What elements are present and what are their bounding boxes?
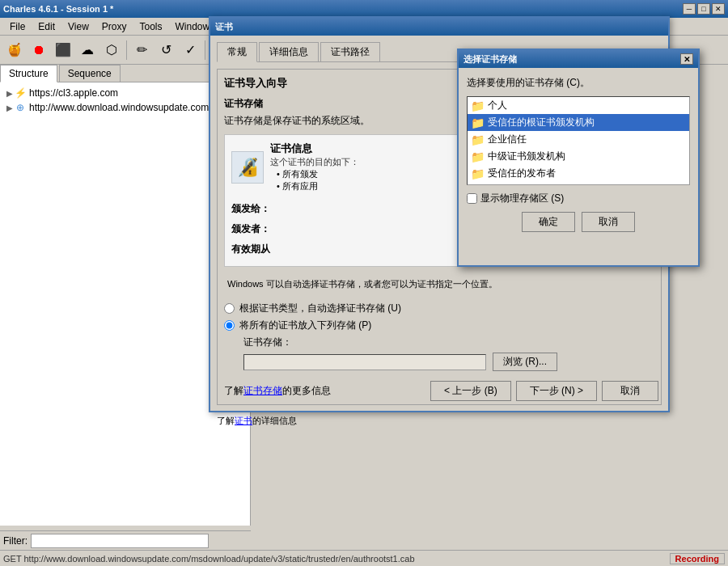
show-physical-row: 显示物理存储区 (S)	[467, 192, 690, 205]
folder-icon-enterprise: 📁	[471, 133, 485, 146]
menu-file[interactable]: File	[3, 19, 32, 34]
expand-icon-2: ▶	[6, 103, 13, 112]
tree-label-2: http://www.download.windowsupdate.com	[29, 102, 209, 113]
cert-footer-text: 了解	[224, 385, 243, 396]
store-item-enterprise[interactable]: 📁 企业信任	[468, 131, 689, 148]
toolbar-honeypot[interactable]: 🍯	[3, 39, 26, 61]
prev-button[interactable]: < 上一步 (B)	[430, 381, 511, 401]
toolbar-pen[interactable]: ✏	[130, 39, 153, 61]
store-item-intermediate-label: 中级证书颁发机构	[488, 150, 565, 163]
select-store-body: 选择要使用的证书存储 (C)。 📁 个人 📁 受信任的根证书颁发机构 📁 企业信…	[459, 68, 698, 240]
radio-manual[interactable]	[224, 320, 235, 331]
filter-bar: Filter:	[0, 530, 251, 550]
cert-info-title: 证书信息	[270, 142, 359, 156]
folder-icon-intermediate: 📁	[471, 150, 485, 163]
select-store-title: 选择证书存储	[463, 53, 517, 65]
store-item-trusted-root[interactable]: 📁 受信任的根证书颁发机构	[468, 114, 689, 131]
select-store-desc: 选择要使用的证书存储 (C)。	[467, 76, 690, 90]
radio-auto[interactable]	[224, 303, 235, 314]
menu-tools[interactable]: Tools	[133, 19, 169, 34]
toolbar-sep2	[205, 40, 205, 60]
radio-auto-label: 根据证书类型，自动选择证书存储 (U)	[239, 302, 401, 315]
cert-info-desc: 这个证书的目的如下：	[270, 156, 359, 168]
store-item-trusted-root-label: 受信任的根证书颁发机构	[488, 116, 595, 129]
cert-bullet-1: • 所有颁发	[270, 168, 359, 180]
folder-icon-personal: 📁	[471, 99, 485, 112]
radio-group: 根据证书类型，自动选择证书存储 (U) 将所有的证书放入下列存储 (P) 证书存…	[224, 302, 654, 371]
show-physical-label: 显示物理存储区 (S)	[480, 192, 564, 205]
show-physical-checkbox[interactable]	[467, 193, 477, 204]
tree-label-1: https://cl3.apple.com	[29, 87, 118, 99]
menu-proxy[interactable]: Proxy	[95, 19, 133, 34]
cert-store-input[interactable]	[243, 354, 486, 370]
menu-edit[interactable]: Edit	[32, 19, 61, 34]
toolbar-stop[interactable]: ⬛	[52, 39, 74, 61]
store-cancel-button[interactable]: 取消	[582, 212, 635, 232]
minimize-button[interactable]: ─	[683, 3, 696, 15]
browse-button[interactable]: 浏览 (R)...	[493, 353, 557, 371]
store-item-intermediate[interactable]: 📁 中级证书颁发机构	[468, 148, 689, 165]
toolbar-hex[interactable]: ⬡	[100, 39, 123, 61]
select-store-title-bar: 选择证书存储 ✕	[459, 50, 698, 68]
cert-store-link[interactable]: 证书存储	[243, 385, 282, 396]
store-item-trusted-publishers[interactable]: 📁 受信任的发布者	[468, 165, 689, 182]
close-button[interactable]: ✕	[712, 3, 725, 15]
cert-tab-details[interactable]: 详细信息	[259, 42, 319, 61]
filter-label: Filter:	[3, 535, 28, 547]
toolbar-cloud[interactable]: ☁	[76, 39, 99, 61]
http-icon-2: ⊕	[15, 102, 26, 113]
toolbar-refresh[interactable]: ↺	[154, 39, 177, 61]
app-title: Charles 4.6.1 - Session 1 *	[3, 4, 113, 14]
store-item-untrusted[interactable]: 📁 不信任的证书	[468, 182, 689, 185]
toolbar-check[interactable]: ✓	[179, 39, 201, 61]
menu-view[interactable]: View	[61, 19, 95, 34]
store-ok-button[interactable]: 确定	[522, 212, 575, 232]
cert-cancel-button[interactable]: 取消	[602, 381, 658, 401]
cert-tab-general[interactable]: 常规	[217, 42, 257, 62]
tab-structure[interactable]: Structure	[0, 65, 57, 82]
title-bar-buttons: ─ □ ✕	[683, 3, 725, 15]
store-item-enterprise-label: 企业信任	[488, 133, 527, 146]
store-item-personal-label: 个人	[488, 99, 507, 112]
cert-store-row: 证书存储：	[224, 336, 654, 349]
store-item-trusted-publishers-label: 受信任的发布者	[488, 167, 556, 180]
cert-issued-to-label: 颁发给：	[231, 202, 296, 216]
select-store-dialog: 选择证书存储 ✕ 选择要使用的证书存储 (C)。 📁 个人 📁 受信任的根证书颁…	[457, 49, 700, 267]
store-list: 📁 个人 📁 受信任的根证书颁发机构 📁 企业信任 📁 中级证书颁发机构 📁 受…	[467, 96, 690, 185]
status-text: GET http://www.download.windowsupdate.co…	[3, 554, 415, 564]
cert-dialog-buttons: < 上一步 (B) 下一步 (N) > 取消	[430, 381, 658, 401]
cert-bullet-2: • 所有应用	[270, 180, 359, 192]
folder-icon-trusted-publishers: 📁	[471, 167, 485, 180]
maximize-button[interactable]: □	[697, 3, 710, 15]
select-store-close-button[interactable]: ✕	[680, 53, 693, 65]
radio-manual-row: 将所有的证书放入下列存储 (P)	[224, 319, 654, 332]
store-item-personal[interactable]: 📁 个人	[468, 97, 689, 114]
cert-dialog-title-text: 证书	[215, 21, 233, 33]
cert-footer-suffix: 的更多信息	[282, 385, 331, 396]
toolbar-sep1	[126, 40, 127, 60]
select-store-buttons: 确定 取消	[467, 212, 690, 232]
tab-sequence[interactable]: Sequence	[59, 65, 121, 82]
title-bar: Charles 4.6.1 - Session 1 * ─ □ ✕	[0, 0, 728, 18]
cert-footer2: 了解证书的详细信息	[217, 412, 662, 430]
filter-input[interactable]	[31, 534, 209, 548]
windows-auto-desc: Windows 可以自动选择证书存储，或者您可以为证书指定一个位置。	[224, 275, 654, 294]
cert-dialog-title-bar: 证书	[210, 18, 668, 36]
radio-manual-label: 将所有的证书放入下列存储 (P)	[239, 319, 371, 332]
cert-issued-by-label: 颁发者：	[231, 222, 296, 236]
next-button[interactable]: 下一步 (N) >	[516, 381, 597, 401]
store-item-untrusted-label: 不信任的证书	[488, 184, 546, 185]
cert-icon: 🔏	[231, 151, 264, 184]
expand-icon-1: ▶	[6, 89, 13, 98]
cert-store-input-row: 浏览 (R)...	[224, 353, 654, 371]
https-icon-1: ⚡	[15, 87, 26, 99]
cert-tab-path[interactable]: 证书路径	[320, 42, 380, 61]
cert-store-label: 证书存储：	[243, 336, 292, 349]
toolbar-record[interactable]: ⏺	[28, 39, 50, 61]
cert-valid-from-label: 有效期从	[231, 243, 296, 256]
folder-icon-untrusted: 📁	[471, 184, 485, 186]
cert-link[interactable]: 证书	[235, 416, 252, 425]
status-bar: GET http://www.download.windowsupdate.co…	[0, 550, 728, 566]
folder-icon-trusted-root: 📁	[471, 116, 485, 129]
radio-auto-row: 根据证书类型，自动选择证书存储 (U)	[224, 302, 654, 315]
